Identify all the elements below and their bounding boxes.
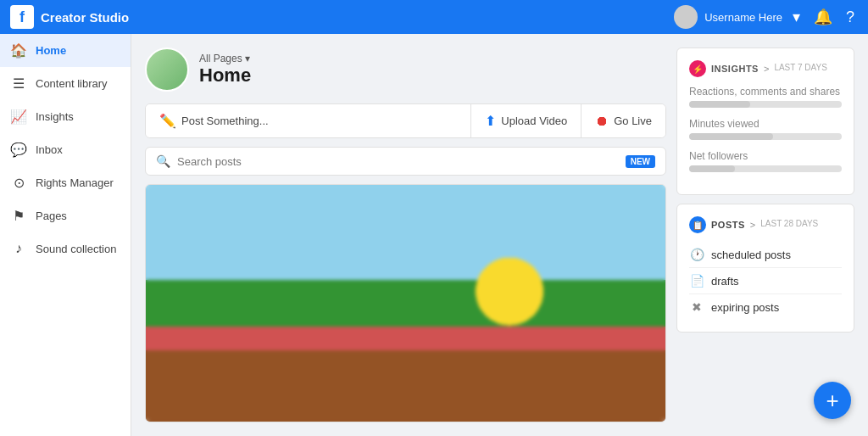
- drafts-icon: 📄: [689, 274, 704, 288]
- layout: 🏠 Home ☰ Content library 📈 Insights 💬 In…: [0, 34, 868, 436]
- fab-button[interactable]: +: [814, 382, 851, 419]
- scheduled-icon: 🕐: [689, 248, 704, 261]
- sidebar-item-label: Content library: [36, 77, 108, 90]
- page-title: Home: [199, 64, 251, 87]
- search-input[interactable]: [177, 155, 619, 168]
- chevron-right-icon: >: [764, 64, 769, 74]
- topnav-right: Username Here ▾ 🔔 ?: [674, 4, 858, 30]
- posts-list: 🕐 scheduled posts 📄 drafts ✖ expiring po…: [689, 242, 842, 320]
- list-item[interactable]: ✖ expiring posts: [689, 294, 842, 320]
- sidebar-item-sound-collection[interactable]: ♪ Sound collection: [0, 232, 131, 265]
- insights-followers: Net followers: [689, 150, 842, 172]
- insights-reactions: Reactions, comments and shares: [689, 86, 842, 108]
- sidebar-item-content-library[interactable]: ☰ Content library: [0, 67, 131, 100]
- post-image: [146, 185, 665, 422]
- expiring-icon: ✖: [689, 300, 704, 314]
- chevron-down-icon: ▾: [245, 53, 250, 64]
- rights-manager-icon: ⊙: [10, 175, 27, 191]
- sidebar-item-label: Rights Manager: [36, 176, 114, 189]
- inbox-icon: 💬: [10, 142, 27, 158]
- chevron-right-icon: >: [750, 220, 755, 230]
- bell-icon[interactable]: 🔔: [810, 4, 836, 30]
- upload-icon: ⬆: [485, 113, 496, 129]
- pages-icon: ⚑: [10, 208, 27, 224]
- left-column: All Pages ▾ Home ✏️ Post Something... ⬆ …: [145, 48, 666, 422]
- action-bar: ✏️ Post Something... ⬆ Upload Video ⏺ Go…: [145, 103, 666, 138]
- sidebar-item-label: Insights: [36, 110, 74, 123]
- insights-card-icon: ⚡: [689, 60, 706, 77]
- sidebar-item-label: Pages: [36, 210, 67, 222]
- facebook-logo: f: [10, 5, 34, 29]
- sound-collection-icon: ♪: [10, 241, 27, 256]
- post-preview: [145, 184, 666, 422]
- right-column: ⚡ INSIGHTS > LAST 7 DAYS Reactions, comm…: [676, 48, 854, 422]
- page-header: All Pages ▾ Home: [145, 48, 666, 92]
- upload-video-button[interactable]: ⬆ Upload Video: [471, 104, 581, 137]
- all-pages-button[interactable]: All Pages ▾: [199, 53, 251, 64]
- edit-icon: ✏️: [159, 113, 176, 129]
- posts-card: 📋 POSTS > LAST 28 DAYS 🕐 scheduled posts…: [676, 204, 854, 333]
- posts-card-icon: 📋: [689, 216, 706, 233]
- page-avatar: [145, 48, 189, 92]
- sidebar-item-label: Inbox: [36, 143, 63, 156]
- sidebar-item-label: Home: [36, 44, 66, 57]
- page-header-info: All Pages ▾ Home: [199, 53, 251, 87]
- go-live-button[interactable]: ⏺ Go Live: [581, 104, 665, 137]
- avatar: [674, 5, 698, 29]
- sidebar-item-rights-manager[interactable]: ⊙ Rights Manager: [0, 166, 131, 199]
- new-badge: NEW: [626, 155, 655, 168]
- followers-bar: [689, 165, 842, 172]
- list-item[interactable]: 📄 drafts: [689, 268, 842, 294]
- insights-card: ⚡ INSIGHTS > LAST 7 DAYS Reactions, comm…: [676, 48, 854, 195]
- sidebar: 🏠 Home ☰ Content library 📈 Insights 💬 In…: [0, 34, 131, 436]
- posts-card-header[interactable]: 📋 POSTS > LAST 28 DAYS: [689, 216, 842, 233]
- topnav-left: f Creator Studio: [10, 5, 129, 29]
- home-icon: 🏠: [10, 42, 27, 59]
- insights-minutes: Minutes viewed: [689, 118, 842, 140]
- search-bar: 🔍 NEW: [145, 147, 666, 176]
- sidebar-item-label: Sound collection: [36, 243, 116, 255]
- app-title: Creator Studio: [41, 10, 129, 25]
- main-content: All Pages ▾ Home ✏️ Post Something... ⬆ …: [131, 34, 868, 436]
- top-nav: f Creator Studio Username Here ▾ 🔔 ?: [0, 0, 868, 34]
- sidebar-item-home[interactable]: 🏠 Home: [0, 34, 131, 67]
- sidebar-item-insights[interactable]: 📈 Insights: [0, 100, 131, 133]
- content-library-icon: ☰: [10, 75, 27, 92]
- list-item[interactable]: 🕐 scheduled posts: [689, 242, 842, 268]
- search-icon: 🔍: [156, 154, 170, 168]
- insights-card-header[interactable]: ⚡ INSIGHTS > LAST 7 DAYS: [689, 60, 842, 77]
- insights-icon: 📈: [10, 109, 27, 125]
- post-something-button[interactable]: ✏️ Post Something...: [146, 104, 471, 137]
- minutes-bar: [689, 133, 842, 140]
- chevron-down-icon[interactable]: ▾: [789, 4, 804, 30]
- sidebar-item-inbox[interactable]: 💬 Inbox: [0, 133, 131, 166]
- live-icon: ⏺: [595, 114, 609, 129]
- reactions-bar: [689, 101, 842, 108]
- sidebar-item-pages[interactable]: ⚑ Pages: [0, 199, 131, 232]
- username-label: Username Here: [704, 11, 782, 24]
- help-icon[interactable]: ?: [843, 5, 858, 30]
